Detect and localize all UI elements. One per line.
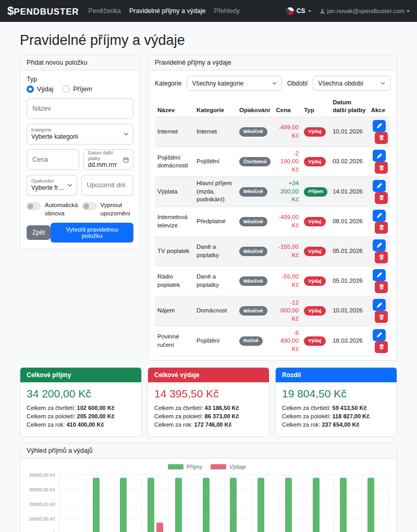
price-input[interactable] xyxy=(27,149,79,170)
brand-logo[interactable]: $PENDBUSTER xyxy=(7,4,79,18)
pencil-icon xyxy=(377,183,382,188)
summary-line-value: 118 827,00 Kč xyxy=(333,413,370,419)
back-button[interactable]: Zpět xyxy=(27,225,51,240)
chevron-down-icon xyxy=(124,131,129,137)
edit-button[interactable] xyxy=(373,299,386,311)
category-select[interactable]: Kategorie Vyberte kategorii xyxy=(27,124,133,144)
trash-icon xyxy=(379,344,384,349)
repeat-badge: Měsíčně xyxy=(239,306,267,316)
table-row: NájemDomácnostMěsíčně-12 000,00 KčVýdaj1… xyxy=(155,296,390,326)
repeat-badge: Měsíčně xyxy=(239,187,267,197)
delete-button[interactable] xyxy=(375,192,388,204)
filter-category-value: Všechny kategorie xyxy=(192,80,272,87)
nav-item[interactable]: Přehledy xyxy=(214,7,240,15)
item-name: Internetová televize xyxy=(155,207,194,236)
chart-column xyxy=(197,475,225,532)
edit-button[interactable] xyxy=(373,120,386,132)
table-row: Rádio poplatekDaně a poplatkyMěsíčně-55,… xyxy=(155,266,390,296)
delete-button[interactable] xyxy=(375,281,388,293)
item-actions xyxy=(369,207,390,236)
radio-unchecked-icon xyxy=(63,86,70,93)
item-actions xyxy=(369,117,390,147)
radio-income[interactable]: Příjem xyxy=(63,86,92,93)
filter-period-value: Všechna období xyxy=(318,80,381,87)
notify-days-input[interactable] xyxy=(81,175,134,196)
language-selector[interactable]: CS xyxy=(286,7,311,15)
trash-icon xyxy=(379,315,384,320)
item-category: Daně a poplatky xyxy=(194,266,237,296)
item-price: -499,00 Kč xyxy=(273,117,301,147)
recurring-items-panel-title: Pravidelné příjmy a výdaje xyxy=(149,55,397,70)
auto-renew-toggle[interactable] xyxy=(27,202,41,210)
item-name: Rádio poplatek xyxy=(155,266,194,296)
chart-column xyxy=(335,475,362,532)
repeat-badge: Měsíčně xyxy=(239,127,267,137)
summary-line: Celkem za čtvrtletí: 102 600,00 Kč xyxy=(27,405,135,411)
item-type: Výdaj xyxy=(301,117,330,147)
summary-line-value: 172 746,00 Kč xyxy=(194,421,231,428)
item-price: -55,00 Kč xyxy=(273,266,301,296)
filter-period-select[interactable]: Všechna období xyxy=(313,76,390,91)
edit-button[interactable] xyxy=(373,150,386,162)
item-name: Internet xyxy=(155,117,194,147)
income-bar xyxy=(340,478,347,532)
item-price: -12 000,00 Kč xyxy=(273,296,301,326)
summary-card-body: 14 395,50 KčCelkem za čtvrtletí: 43 186,… xyxy=(148,382,269,436)
add-item-panel-title: Přidat novou položku xyxy=(20,55,140,70)
edit-button[interactable] xyxy=(373,329,386,341)
czech-flag-icon xyxy=(286,7,294,15)
type-badge: Výdaj xyxy=(304,336,325,346)
delete-button[interactable] xyxy=(375,222,388,234)
nav-item[interactable]: Pravidelné příjmy a výdaje xyxy=(129,7,206,15)
chevron-down-icon xyxy=(272,81,277,86)
table-row: InternetInternetMěsíčně-499,00 KčVýdaj10… xyxy=(155,117,390,147)
chart-column xyxy=(279,475,307,532)
language-code: CS xyxy=(297,7,305,15)
name-input[interactable] xyxy=(27,98,133,119)
user-menu[interactable]: jan.novak@spendbuster.com xyxy=(320,8,410,14)
edit-button[interactable] xyxy=(373,210,386,222)
edit-button[interactable] xyxy=(373,269,386,281)
mute-alerts-toggle[interactable] xyxy=(82,202,96,210)
delete-button[interactable] xyxy=(375,132,388,144)
repeat-badge: Čtvrtletně xyxy=(239,157,271,166)
item-category: Daně a poplatky xyxy=(194,236,237,266)
radio-expense[interactable]: Výdaj xyxy=(27,86,53,93)
item-price: -5 490,00 Kč xyxy=(273,326,301,356)
income-bar xyxy=(313,478,320,532)
delete-button[interactable] xyxy=(375,311,388,323)
delete-button[interactable] xyxy=(375,251,388,263)
summary-cards: Celkové příjmy34 200,00 KčCelkem za čtvr… xyxy=(20,367,397,437)
item-date: 05.01.2026 xyxy=(330,266,368,296)
filter-category-select[interactable]: Všechny kategorie xyxy=(187,76,282,91)
table-row: TV poplatekDaně a poplatkyMěsíčně-155,00… xyxy=(155,236,390,266)
item-repeat: Měsíčně xyxy=(237,266,273,296)
edit-button[interactable] xyxy=(373,180,386,192)
summary-card-body: 34 200,00 KčCelkem za čtvrtletí: 102 600… xyxy=(20,382,141,436)
type-badge: Výdaj xyxy=(304,157,325,166)
item-price: +34 200,00 Kč xyxy=(273,177,301,207)
create-item-button[interactable]: Vytvořit pravidelnou položku xyxy=(51,223,133,243)
column-header: Opakování xyxy=(237,96,273,117)
pencil-icon xyxy=(377,123,382,128)
item-category: Hlavní příjem (mzda, podnikání) xyxy=(194,177,237,207)
legend-label: Výdaje xyxy=(229,464,246,470)
repeat-select[interactable]: Opakování Vyberte frekvenci xyxy=(27,175,77,196)
item-name: Nájem xyxy=(155,296,194,326)
main-navigation: PeněženkaPravidelné příjmy a výdajePřehl… xyxy=(88,7,240,15)
type-badge: Výdaj xyxy=(304,247,325,256)
delete-button[interactable] xyxy=(375,162,388,174)
chart-column xyxy=(307,475,335,532)
chart-plot-area xyxy=(59,475,389,532)
item-date: 08.01.2026 xyxy=(330,207,368,236)
next-payment-date-input[interactable]: Datum další platby dd.mm.rrrr xyxy=(83,149,134,170)
page-title: Pravidelné příjmy a výdaje xyxy=(20,32,397,49)
edit-button[interactable] xyxy=(373,239,386,251)
type-badge: Výdaj xyxy=(304,127,325,137)
nav-item[interactable]: Peněženka xyxy=(88,7,121,15)
delete-button[interactable] xyxy=(375,341,388,353)
category-select-label: Kategorie xyxy=(31,127,121,132)
item-repeat: Měsíčně xyxy=(237,117,273,147)
summary-line: Celkem za pololetí: 86 373,00 Kč xyxy=(154,413,263,419)
income-bar xyxy=(257,478,264,532)
